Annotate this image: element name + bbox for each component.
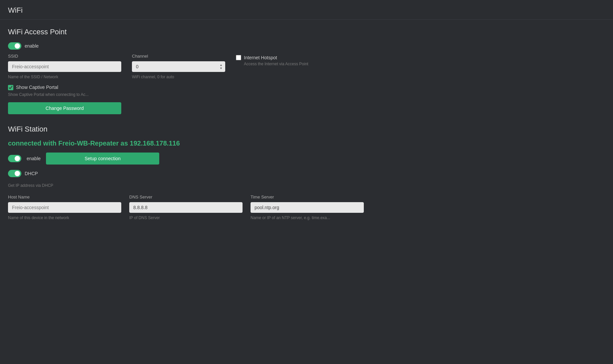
- dhcp-toggle[interactable]: [8, 170, 21, 177]
- hotspot-group: Internet Hotspot Access the Internet via…: [236, 55, 308, 66]
- captive-portal-checkbox[interactable]: [8, 85, 13, 90]
- hotspot-row: Internet Hotspot: [236, 55, 308, 60]
- time-server-label: Time Server: [251, 194, 364, 199]
- ap-top-row: SSID Name of the SSID / Network Show Cap…: [8, 54, 605, 97]
- page-header: WiFi: [0, 0, 613, 20]
- captive-portal-section: Show Captive Portal Show Captive Portal …: [8, 81, 121, 97]
- ssid-hint: Name of the SSID / Network: [8, 75, 121, 79]
- station-title: WiFi Station: [8, 125, 605, 134]
- channel-hint: WiFi channel, 0 for auto: [132, 75, 225, 79]
- ssid-input[interactable]: [8, 61, 121, 72]
- hostname-input[interactable]: [8, 202, 121, 213]
- dns-label: DNS Server: [129, 194, 243, 199]
- ap-enable-label: enable: [25, 43, 39, 49]
- bottom-fields: Host Name Name of this device in the net…: [8, 194, 605, 220]
- ap-enable-row: enable: [8, 42, 605, 50]
- channel-input-wrap: ▲ ▼: [132, 61, 225, 72]
- dns-group: DNS Server IP of DNS Server: [129, 194, 243, 220]
- channel-spinner[interactable]: ▲ ▼: [220, 64, 223, 70]
- dns-hint: IP of DNS Server: [129, 215, 243, 220]
- dhcp-section: DHCP Get IP address via DHCP: [8, 170, 605, 188]
- change-password-button[interactable]: Change Password: [8, 102, 121, 114]
- ap-enable-toggle[interactable]: [8, 42, 21, 50]
- time-server-input[interactable]: [251, 202, 364, 213]
- ssid-group: SSID Name of the SSID / Network Show Cap…: [8, 54, 121, 97]
- main-content: WiFi Access Point enable SSID Name of th…: [0, 20, 613, 239]
- station-section: WiFi Station connected with Freio-WB-Rep…: [8, 125, 605, 220]
- dhcp-hint: Get IP address via DHCP: [8, 183, 53, 188]
- station-enable-toggle[interactable]: [8, 155, 21, 162]
- setup-connection-button[interactable]: Setup connection: [46, 153, 159, 165]
- connected-status: connected with Freio-WB-Repeater as 192.…: [8, 140, 605, 147]
- channel-input[interactable]: [132, 61, 225, 72]
- hotspot-hint: Access the Internet via Access Point: [244, 62, 308, 66]
- time-server-hint: Name or IP of an NTP server, e.g. time.e…: [251, 215, 364, 220]
- channel-label: Channel: [132, 54, 225, 59]
- dns-input[interactable]: [129, 202, 243, 213]
- hotspot-label: Internet Hotspot: [244, 55, 277, 60]
- channel-group: Channel ▲ ▼ WiFi channel, 0 for auto: [132, 54, 225, 79]
- access-point-section: WiFi Access Point enable SSID Name of th…: [8, 28, 605, 114]
- hotspot-checkbox[interactable]: [236, 55, 241, 60]
- page-title: WiFi: [8, 6, 605, 15]
- ssid-label: SSID: [8, 54, 121, 59]
- station-top-row: enable Setup connection: [8, 153, 605, 165]
- captive-portal-label: Show Captive Portal: [16, 85, 58, 90]
- hostname-group: Host Name Name of this device in the net…: [8, 194, 121, 220]
- change-password-wrap: Change Password: [8, 97, 605, 114]
- dhcp-label: DHCP: [25, 171, 38, 176]
- time-server-group: Time Server Name or IP of an NTP server,…: [251, 194, 364, 220]
- captive-portal-hint: Show Captive Portal when connecting to A…: [8, 92, 89, 97]
- hostname-hint: Name of this device in the network: [8, 215, 121, 220]
- access-point-title: WiFi Access Point: [8, 28, 605, 36]
- captive-portal-row: Show Captive Portal: [8, 85, 121, 90]
- dhcp-toggle-row: DHCP: [8, 170, 605, 177]
- hostname-label: Host Name: [8, 194, 121, 199]
- station-enable-label: enable: [27, 156, 41, 161]
